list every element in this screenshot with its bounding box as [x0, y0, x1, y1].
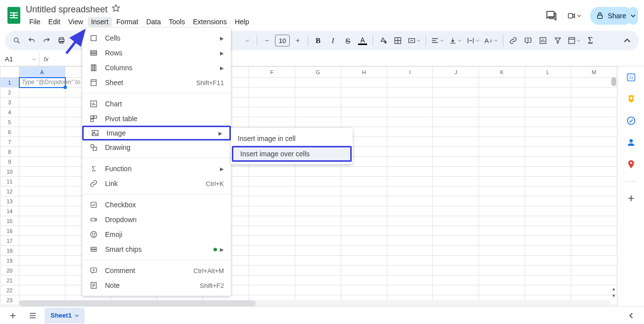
fill-color-icon[interactable] [376, 33, 390, 48]
insert-menu-checkbox[interactable]: Checkbox [82, 197, 231, 212]
maps-icon[interactable] [626, 159, 636, 169]
strikethrough-icon[interactable]: S [341, 33, 355, 48]
paint-format-icon[interactable] [69, 33, 83, 48]
add-sheet-button[interactable] [5, 308, 21, 323]
insert-menu-note[interactable]: NoteShift+F2 [82, 278, 231, 293]
share-label: Share [608, 12, 626, 20]
sheet-tab[interactable]: Sheet1 [45, 308, 85, 324]
text-color-icon[interactable]: A [356, 33, 370, 48]
menu-insert[interactable]: Insert [88, 17, 112, 27]
calendar-icon[interactable]: 31 [626, 72, 636, 82]
menu-format[interactable]: Format [113, 17, 142, 27]
image-submenu-insert-image-over-cells[interactable]: Insert image over cells [232, 146, 352, 162]
svg-rect-28 [91, 119, 93, 122]
image-submenu-insert-image-in-cell[interactable]: Insert image in cell [231, 131, 353, 146]
insert-menu-rows[interactable]: Rows▶ [82, 46, 231, 60]
italic-icon[interactable]: I [326, 33, 340, 48]
insert-menu-emoji[interactable]: Emoji [82, 227, 231, 242]
share-dropdown[interactable] [628, 7, 638, 25]
insert-menu-image[interactable]: Image▶ [82, 126, 231, 140]
insert-chart-icon[interactable] [536, 33, 550, 48]
columns-icon [89, 63, 98, 72]
insert-link-icon[interactable] [506, 33, 520, 48]
insert-menu-columns[interactable]: Columns▶ [82, 60, 231, 75]
insert-comment-icon[interactable] [521, 33, 535, 48]
svg-point-13 [630, 97, 632, 99]
horizontal-align-icon[interactable] [429, 33, 446, 48]
insert-menu-sheet[interactable]: SheetShift+F11 [82, 75, 231, 90]
menu-help[interactable]: Help [231, 17, 253, 27]
insert-menu-pivot-table[interactable]: Pivot table [82, 111, 231, 126]
svg-text:31: 31 [629, 75, 634, 80]
svg-point-37 [94, 233, 95, 234]
svg-rect-10 [569, 38, 575, 44]
dropdown-icon [89, 215, 98, 224]
redo-icon[interactable] [40, 33, 54, 48]
functions-icon[interactable]: Σ [584, 33, 597, 48]
svg-rect-20 [91, 54, 97, 55]
menu-edit[interactable]: Edit [45, 17, 64, 27]
sheets-logo[interactable] [4, 3, 24, 28]
increase-font-size[interactable] [291, 33, 305, 48]
menu-view[interactable]: View [65, 17, 87, 27]
decrease-font-size[interactable] [260, 33, 274, 48]
tasks-icon[interactable] [626, 116, 636, 126]
menu-tools[interactable]: Tools [165, 17, 189, 27]
keep-icon[interactable] [626, 94, 636, 104]
filter-icon[interactable] [551, 33, 565, 48]
checkbox-icon [89, 200, 98, 209]
name-box[interactable]: A1 [0, 52, 40, 66]
insert-menu-function[interactable]: ΣFunction▶ [82, 161, 231, 176]
svg-rect-32 [93, 147, 97, 150]
borders-icon[interactable] [391, 33, 405, 48]
svg-rect-22 [93, 65, 95, 71]
svg-point-2 [14, 38, 18, 42]
search-icon[interactable] [10, 33, 24, 48]
text-wrap-icon[interactable] [465, 33, 482, 48]
rows-icon [89, 48, 98, 57]
menu-data[interactable]: Data [143, 17, 164, 27]
document-title[interactable]: Untitled spreadsheet [26, 4, 107, 15]
horizontal-scrollbar[interactable] [19, 300, 610, 306]
share-button[interactable]: Share [590, 7, 633, 25]
menu-extensions[interactable]: Extensions [189, 17, 230, 27]
insert-menu-smart-chips[interactable]: Smart chips▶ [82, 242, 231, 257]
add-addon-icon[interactable] [626, 193, 636, 203]
insert-menu-chart[interactable]: Chart [82, 96, 231, 111]
sheet-icon [89, 78, 98, 87]
pivot-icon [89, 114, 98, 123]
contacts-icon[interactable] [626, 138, 636, 147]
cell-placeholder: Type "@Dropdown" to [22, 79, 80, 86]
collapse-toolbar-icon[interactable] [620, 33, 634, 48]
undo-icon[interactable] [25, 33, 39, 48]
insert-menu-drawing[interactable]: Drawing [82, 140, 231, 155]
bold-icon[interactable]: B [311, 33, 325, 48]
star-icon[interactable] [111, 4, 120, 15]
insert-menu-comment[interactable]: CommentCtrl+Alt+M [82, 263, 231, 278]
font-size-input[interactable]: 10 [275, 35, 290, 46]
insert-menu-link[interactable]: LinkCtrl+K [82, 176, 231, 191]
insert-menu-dropdown[interactable]: Dropdown [82, 212, 231, 227]
comments-history-icon[interactable] [544, 9, 558, 23]
svg-rect-0 [568, 14, 573, 18]
svg-rect-33 [91, 202, 97, 208]
vertical-align-icon[interactable] [447, 33, 464, 48]
print-icon[interactable] [54, 33, 68, 48]
insert-menu-cells[interactable]: Cells▶ [82, 31, 231, 46]
font-dropdown[interactable] [240, 33, 254, 48]
filter-views-icon[interactable] [566, 33, 583, 48]
all-sheets-button[interactable] [25, 308, 41, 323]
merge-cells-icon[interactable] [406, 33, 423, 48]
text-rotation-icon[interactable]: A [483, 33, 500, 48]
svg-rect-27 [94, 116, 97, 118]
menu-file[interactable]: File [26, 17, 44, 27]
vertical-scrollbar[interactable]: ▲ ▼ [610, 77, 617, 300]
svg-rect-38 [91, 247, 97, 249]
side-panel: 31 [617, 66, 644, 306]
meet-button[interactable] [567, 9, 581, 23]
function-icon: Σ [89, 164, 98, 173]
explore-sidebar-toggle[interactable] [623, 308, 639, 323]
link-icon [89, 179, 98, 188]
svg-rect-19 [91, 52, 97, 54]
svg-rect-21 [91, 65, 93, 71]
